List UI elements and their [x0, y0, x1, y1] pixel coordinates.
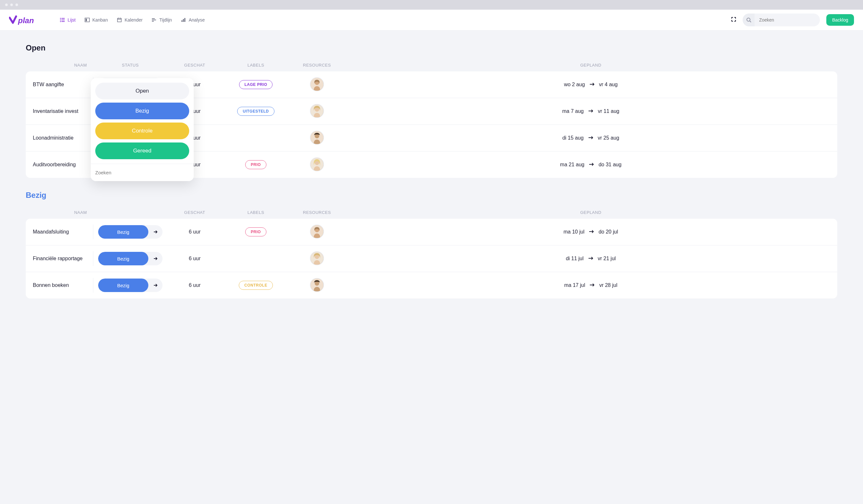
label-chip[interactable]: PRIO	[245, 227, 266, 236]
date-to: vr 28 jul	[599, 282, 617, 288]
label-chip[interactable]: LAGE PRIO	[239, 80, 273, 89]
search-icon	[743, 13, 754, 26]
window-chrome	[0, 0, 863, 10]
label-cell: PRIO	[222, 160, 290, 169]
status-label: Bezig	[98, 252, 148, 265]
group-bezig: Bezig NAAM GESCHAT LABELS RESOURCES GEPL…	[26, 191, 837, 299]
backlog-button[interactable]: Backlog	[826, 14, 854, 26]
col-name: NAAM	[26, 63, 93, 67]
avatar[interactable]	[310, 225, 324, 239]
svg-rect-9	[117, 18, 121, 22]
date-to: vr 25 aug	[598, 135, 620, 141]
svg-point-5	[60, 21, 61, 22]
search-input[interactable]	[754, 14, 820, 26]
nav: Lijst Kanban Kalender Tijdlijn Analyse	[60, 17, 731, 23]
col-labels: LABELS	[222, 63, 290, 67]
table-row[interactable]: Bonnen boeken Bezig 6 uur CONTROLE ma 17…	[26, 272, 837, 299]
status-cell: Bezig	[93, 278, 167, 292]
arrow-right-icon	[148, 278, 162, 292]
avatar[interactable]	[310, 104, 324, 118]
expand-icon[interactable]	[731, 17, 736, 23]
window-dot	[5, 3, 8, 6]
col-planned: GEPLAND	[344, 210, 837, 215]
table-row[interactable]: Financiële rapportage Bezig 6 uur di 11 …	[26, 245, 837, 272]
status-cell: Bezig	[93, 225, 167, 239]
arrow-right-icon	[588, 109, 593, 114]
calendar-icon	[117, 17, 122, 23]
date-cell: di 11 jul vr 21 jul	[344, 256, 837, 262]
search-box	[743, 13, 820, 26]
avatar[interactable]	[310, 278, 324, 292]
logo[interactable]: plan	[9, 14, 45, 25]
col-planned: GEPLAND	[344, 63, 837, 67]
svg-rect-8	[86, 18, 87, 21]
col-status	[93, 210, 167, 215]
status-label: Bezig	[98, 225, 148, 239]
estimate: 6 uur	[167, 229, 222, 235]
date-from: ma 10 jul	[563, 229, 584, 235]
svg-rect-2	[61, 18, 65, 18]
label-cell: LAGE PRIO	[222, 80, 290, 89]
arrow-right-icon	[589, 282, 595, 288]
status-pill[interactable]: Bezig	[98, 252, 162, 265]
date-to: do 20 jul	[599, 229, 618, 235]
label-chip[interactable]: UITGESTELD	[237, 107, 274, 116]
label-chip[interactable]: CONTROLE	[239, 281, 273, 290]
list-icon	[60, 17, 65, 23]
window-dot	[10, 3, 13, 6]
nav-item-kalender[interactable]: Kalender	[117, 17, 142, 23]
resource-cell	[290, 157, 344, 172]
resource-cell	[290, 104, 344, 119]
group-title: Bezig	[26, 191, 837, 200]
dropdown-option-bezig[interactable]: Bezig	[95, 103, 189, 119]
avatar[interactable]	[310, 157, 324, 172]
dropdown-option-open[interactable]: Open	[95, 83, 189, 99]
svg-text:plan: plan	[18, 16, 34, 25]
table-row[interactable]: Maandafsluiting Bezig 6 uur PRIO ma 10 j…	[26, 219, 837, 245]
dropdown-option-controle[interactable]: Controle	[95, 123, 189, 139]
task-name: Financiële rapportage	[26, 251, 93, 266]
date-to: vr 11 aug	[598, 109, 620, 114]
analytics-icon	[181, 17, 186, 23]
date-cell: ma 21 aug do 31 aug	[344, 162, 837, 167]
label-chip[interactable]: PRIO	[245, 160, 266, 169]
nav-item-lijst[interactable]: Lijst	[60, 17, 76, 23]
nav-label: Tijdlijn	[159, 17, 172, 23]
window-dot	[15, 3, 18, 6]
date-to: vr 21 jul	[598, 256, 616, 262]
dropdown-search-input[interactable]	[91, 164, 194, 181]
task-name: Auditvoorbereiding	[26, 157, 93, 172]
dropdown-option-gereed[interactable]: Gereed	[95, 142, 189, 159]
svg-point-1	[60, 18, 61, 19]
app-header: plan Lijst Kanban Kalender Tijdlijn Anal…	[0, 10, 863, 30]
date-from: di 11 jul	[566, 256, 583, 262]
resource-cell	[290, 225, 344, 239]
col-name: NAAM	[26, 210, 93, 215]
avatar[interactable]	[310, 77, 324, 91]
nav-item-tijdlijn[interactable]: Tijdlijn	[152, 17, 172, 23]
kanban-icon	[85, 17, 90, 23]
date-to: vr 4 aug	[599, 82, 618, 88]
date-cell: wo 2 aug vr 4 aug	[344, 82, 837, 88]
arrow-right-icon	[589, 229, 594, 235]
task-name: Bonnen boeken	[26, 278, 93, 293]
date-cell: di 15 aug vr 25 aug	[344, 135, 837, 141]
nav-label: Lijst	[67, 17, 76, 23]
avatar[interactable]	[310, 251, 324, 265]
nav-item-analyse[interactable]: Analyse	[181, 17, 205, 23]
date-from: di 15 aug	[562, 135, 584, 141]
date-to: do 31 aug	[599, 162, 621, 167]
arrow-right-icon	[148, 252, 162, 265]
group-title: Open	[26, 43, 837, 52]
label-cell: UITGESTELD	[222, 107, 290, 116]
status-pill[interactable]: Bezig	[98, 225, 162, 239]
content: Open NAAM STATUS GESCHAT LABELS RESOURCE…	[0, 30, 863, 324]
avatar[interactable]	[310, 130, 324, 145]
table-body: Maandafsluiting Bezig 6 uur PRIO ma 10 j…	[26, 219, 837, 299]
date-cell: ma 10 jul do 20 jul	[344, 229, 837, 235]
label-cell: CONTROLE	[222, 281, 290, 290]
arrow-right-icon	[588, 135, 593, 141]
nav-item-kanban[interactable]: Kanban	[85, 17, 108, 23]
status-pill[interactable]: Bezig	[98, 278, 162, 292]
svg-point-19	[747, 18, 750, 21]
